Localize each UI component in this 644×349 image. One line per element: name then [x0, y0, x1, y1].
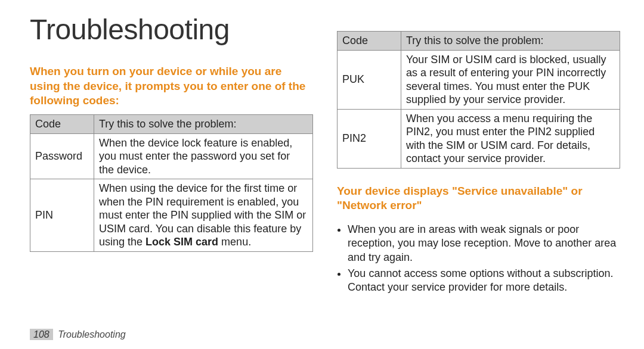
- table-header-row: Code Try this to solve the problem:: [30, 115, 313, 134]
- table-row: Password When the device lock feature is…: [30, 133, 313, 179]
- text-bold: Lock SIM card: [145, 236, 218, 248]
- codes-table-right: Code Try this to solve the problem: PUK …: [337, 31, 620, 169]
- document-page: Troubleshooting When you turn on your de…: [0, 0, 644, 349]
- list-item: You cannot access some options without a…: [348, 267, 620, 295]
- page-title: Troubleshooting: [30, 12, 313, 48]
- solve-cell: Your SIM or USIM card is blocked, usuall…: [401, 50, 620, 109]
- list-item: When you are in areas with weak signals …: [348, 223, 620, 264]
- bullet-list: When you are in areas with weak signals …: [337, 223, 620, 297]
- code-cell: PIN: [30, 179, 94, 252]
- table-header-row: Code Try this to solve the problem:: [338, 32, 620, 51]
- section-heading-codes: When you turn on your device or while yo…: [30, 64, 313, 108]
- code-cell: PUK: [338, 50, 401, 109]
- table-row: PUK Your SIM or USIM card is blocked, us…: [338, 50, 620, 109]
- text-post: menu.: [218, 236, 251, 248]
- table-row: PIN2 When you access a menu requiring th…: [338, 109, 620, 168]
- footer-section: Troubleshooting: [58, 329, 126, 339]
- page-footer: 108 Troubleshooting: [30, 329, 126, 341]
- table-row: PIN When using the device for the first …: [30, 179, 313, 252]
- section-heading-service: Your device displays "Service unavailabl…: [337, 184, 620, 213]
- solve-cell: When using the device for the first time…: [94, 179, 313, 252]
- code-cell: Password: [30, 133, 94, 179]
- table-header-code: Code: [30, 115, 94, 134]
- solve-cell: When the device lock feature is enabled,…: [94, 133, 313, 179]
- solve-cell: When you access a menu requiring the PIN…: [401, 109, 620, 168]
- page-number: 108: [30, 329, 53, 340]
- code-cell: PIN2: [338, 109, 401, 168]
- columns: Troubleshooting When you turn on your de…: [30, 12, 620, 316]
- table-header-code: Code: [338, 32, 401, 51]
- right-column: Code Try this to solve the problem: PUK …: [337, 12, 620, 316]
- table-header-solve: Try this to solve the problem:: [401, 32, 620, 51]
- left-column: Troubleshooting When you turn on your de…: [30, 12, 313, 316]
- codes-table-left: Code Try this to solve the problem: Pass…: [30, 114, 313, 252]
- table-header-solve: Try this to solve the problem:: [94, 115, 313, 134]
